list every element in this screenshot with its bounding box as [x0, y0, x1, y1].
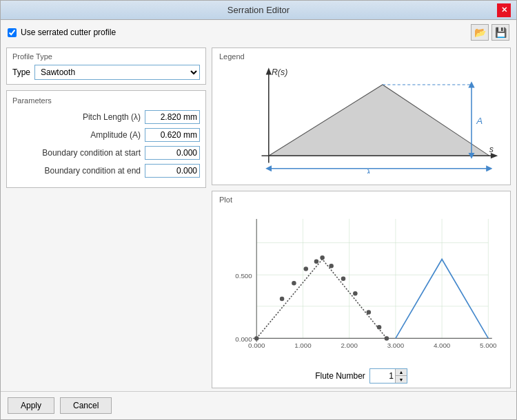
flute-label: Flute Number [315, 371, 365, 381]
dot-7 [353, 291, 358, 296]
plot-title: Plot [219, 196, 503, 204]
checkbox-row: Use serrated cutter profile [8, 28, 116, 37]
dot-end [385, 336, 389, 341]
dot-3 [304, 266, 309, 271]
serrated-profile-checkbox[interactable] [8, 28, 17, 37]
legend-s-label: s [489, 145, 494, 154]
right-panel: Legend [212, 48, 511, 388]
param-pitch-input[interactable] [145, 110, 200, 124]
param-row-amplitude: Amplitude (A) [12, 128, 200, 142]
legend-title: Legend [219, 52, 503, 61]
spin-up-button[interactable]: ▲ [396, 369, 407, 376]
window-title: Serration Editor [20, 5, 497, 15]
param-pitch-label: Pitch Length (λ) [83, 112, 141, 122]
dot-4 [314, 259, 319, 264]
param-bc-end-label: Boundary condition at end [45, 166, 141, 176]
spin-down-button[interactable]: ▼ [396, 376, 407, 383]
footer: Apply Cancel [1, 391, 516, 419]
plot-dark-line [256, 259, 387, 338]
title-bar: Serration Editor ✕ [1, 1, 516, 20]
type-label: Type [12, 67, 30, 77]
flute-row: Flute Number ▲ ▼ [219, 368, 503, 384]
dot-8 [367, 310, 372, 315]
param-row-bc-start: Boundary condition at start [12, 146, 200, 160]
param-amplitude-label: Amplitude (A) [90, 130, 141, 140]
toolbar: Use serrated cutter profile 📂 💾 [1, 20, 516, 45]
flute-spinner: ▲ ▼ [369, 368, 407, 384]
legend-section: Legend [212, 48, 511, 185]
open-button[interactable]: 📂 [471, 24, 489, 41]
x-tick-1: 1.000 [294, 342, 312, 349]
profile-type-row: Type Sawtooth Sinusoidal Custom [12, 65, 200, 80]
x-tick-3: 3.000 [387, 342, 405, 349]
left-panel: Profile Type Type Sawtooth Sinusoidal Cu… [6, 48, 206, 388]
flute-input[interactable] [370, 369, 395, 383]
dot-9 [377, 325, 382, 330]
spin-buttons: ▲ ▼ [395, 369, 407, 383]
open-icon: 📂 [474, 27, 486, 38]
param-row-pitch: Pitch Length (λ) [12, 110, 200, 124]
parameters-section: Parameters Pitch Length (λ) Amplitude (A… [6, 90, 206, 188]
dot-start [254, 336, 259, 341]
param-bc-start-label: Boundary condition at start [42, 148, 141, 158]
legend-triangle [269, 85, 489, 156]
apply-button[interactable]: Apply [8, 397, 54, 414]
cancel-button[interactable]: Cancel [60, 397, 112, 414]
profile-type-label: Profile Type [12, 52, 200, 61]
legend-rs-label: R(s) [272, 67, 287, 77]
param-bc-end-input[interactable] [145, 164, 200, 178]
param-bc-start-input[interactable] [145, 146, 200, 160]
x-tick-0: 0.000 [248, 342, 265, 349]
legend-svg: R(s) s A λ [219, 63, 503, 174]
main-content: Profile Type Type Sawtooth Sinusoidal Cu… [1, 45, 516, 391]
dot-6 [341, 276, 346, 281]
y-tick-05: 0.500 [235, 272, 252, 280]
legend-y-arrowhead [266, 67, 272, 74]
save-button[interactable]: 💾 [491, 24, 509, 41]
plot-section: Plot [212, 191, 511, 388]
param-amplitude-input[interactable] [145, 128, 200, 142]
toolbar-buttons: 📂 💾 [471, 24, 509, 41]
serrated-profile-label: Use serrated cutter profile [21, 28, 116, 37]
param-row-bc-end: Boundary condition at end [12, 164, 200, 178]
x-tick-4: 4.000 [434, 342, 451, 349]
dot-peak [320, 255, 325, 260]
profile-type-select[interactable]: Sawtooth Sinusoidal Custom [34, 65, 200, 80]
parameters-label: Parameters [12, 96, 200, 105]
dot-5 [329, 264, 334, 269]
legend-lambda-label: λ [365, 167, 371, 174]
save-icon: 💾 [495, 27, 507, 38]
x-tick-2: 2.000 [341, 342, 358, 349]
dot-1 [280, 297, 285, 302]
profile-type-section: Profile Type Type Sawtooth Sinusoidal Cu… [6, 48, 206, 85]
close-button[interactable]: ✕ [497, 3, 511, 17]
legend-A-label: A [476, 116, 483, 126]
dot-2 [292, 281, 296, 286]
x-tick-5: 5.000 [480, 342, 497, 349]
main-window: Serration Editor ✕ Use serrated cutter p… [0, 0, 517, 420]
plot-svg: 0.500 0.000 0.000 1.000 2.000 3.000 4.00… [219, 207, 503, 366]
